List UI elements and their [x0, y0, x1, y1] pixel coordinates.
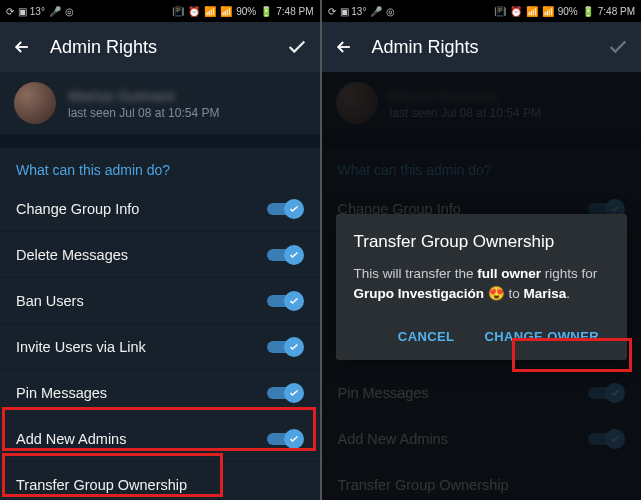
perm-ban-users[interactable]: Ban Users: [0, 278, 320, 324]
toggle[interactable]: [264, 291, 304, 311]
perm-delete-messages[interactable]: Delete Messages: [0, 232, 320, 278]
user-name: Marisa Guevara: [68, 87, 219, 104]
vibrate-icon: 📳: [494, 6, 506, 17]
app-bar: Admin Rights: [322, 22, 642, 72]
wifi-icon: 📶: [204, 6, 216, 17]
status-bar: ⟳ ▣ 13° 🎤 ◎ 📳 ⏰ 📶 📶 90% 🔋 7:48 PM: [0, 0, 320, 22]
toggle[interactable]: [264, 383, 304, 403]
toggle[interactable]: [264, 199, 304, 219]
vibrate-icon: 📳: [172, 6, 184, 17]
wifi-icon: 📶: [526, 6, 538, 17]
battery-label: 90%: [558, 6, 578, 17]
back-icon[interactable]: [12, 37, 32, 57]
dialog-body: This will transfer the full owner rights…: [354, 264, 610, 303]
toggle[interactable]: [264, 337, 304, 357]
back-icon[interactable]: [334, 37, 354, 57]
steam-icon: ⟳: [6, 6, 14, 17]
perm-pin-messages[interactable]: Pin Messages: [0, 370, 320, 416]
notif-icon: ▣ 13°: [340, 6, 367, 17]
target-icon: ◎: [386, 6, 395, 17]
mic-icon: 🎤: [370, 6, 382, 17]
dialog-title: Transfer Group Ownership: [354, 232, 610, 252]
perm-invite-users[interactable]: Invite Users via Link: [0, 324, 320, 370]
page-title: Admin Rights: [50, 37, 268, 58]
battery-label: 90%: [236, 6, 256, 17]
avatar: [14, 82, 56, 124]
section-header: What can this admin do?: [0, 148, 320, 186]
alarm-icon: ⏰: [510, 6, 522, 17]
alarm-icon: ⏰: [188, 6, 200, 17]
perm-label: Add New Admins: [16, 431, 126, 447]
confirm-icon[interactable]: [286, 36, 308, 58]
toggle[interactable]: [264, 245, 304, 265]
perm-change-group-info[interactable]: Change Group Info: [0, 186, 320, 232]
perm-label: Change Group Info: [16, 201, 139, 217]
toggle[interactable]: [264, 429, 304, 449]
cancel-button[interactable]: CANCEL: [388, 321, 465, 352]
transfer-ownership-dialog: Transfer Group Ownership This will trans…: [336, 214, 628, 360]
app-bar: Admin Rights: [0, 22, 320, 72]
signal-icon: 📶: [220, 6, 232, 17]
perm-label: Delete Messages: [16, 247, 128, 263]
target-icon: ◎: [65, 6, 74, 17]
signal-icon: 📶: [542, 6, 554, 17]
confirm-icon: [607, 36, 629, 58]
transfer-ownership-row[interactable]: Transfer Group Ownership: [0, 462, 320, 500]
clock: 7:48 PM: [276, 6, 313, 17]
clock: 7:48 PM: [598, 6, 635, 17]
perm-add-new-admins[interactable]: Add New Admins: [0, 416, 320, 462]
status-bar: ⟳ ▣ 13° 🎤 ◎ 📳 ⏰ 📶 📶 90% 🔋 7:48 PM: [322, 0, 642, 22]
transfer-label: Transfer Group Ownership: [16, 477, 187, 493]
change-owner-button[interactable]: CHANGE OWNER: [474, 321, 609, 352]
page-title: Admin Rights: [372, 37, 590, 58]
mic-icon: 🎤: [49, 6, 61, 17]
notif-icon: ▣ 13°: [18, 6, 45, 17]
perm-label: Ban Users: [16, 293, 84, 309]
perm-label: Pin Messages: [16, 385, 107, 401]
user-row[interactable]: Marisa Guevara last seen Jul 08 at 10:54…: [0, 72, 320, 134]
user-status: last seen Jul 08 at 10:54 PM: [68, 106, 219, 120]
perm-label: Invite Users via Link: [16, 339, 146, 355]
steam-icon: ⟳: [328, 6, 336, 17]
